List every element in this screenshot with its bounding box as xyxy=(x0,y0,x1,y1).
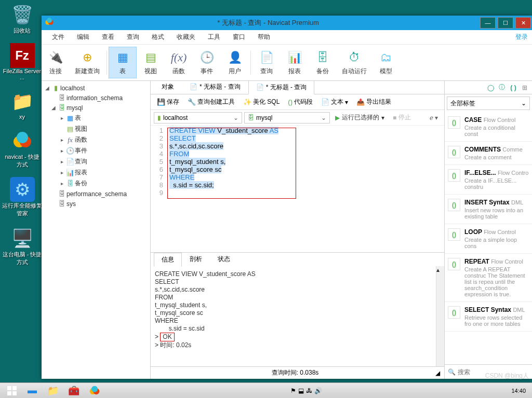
circle-icon[interactable]: ◯ xyxy=(486,84,495,92)
tray-flag-icon[interactable]: ⚑ xyxy=(290,387,296,394)
tab-profile[interactable]: 剖析 xyxy=(182,252,210,266)
menu-file[interactable]: 文件 xyxy=(46,33,71,42)
titlebar[interactable]: * 无标题 - 查询 - Navicat Premium — ☐ ✕ xyxy=(42,16,532,30)
stop-button[interactable]: ■停止 xyxy=(390,113,414,122)
desktop-icon-navicat[interactable]: navicat - 快捷方式 xyxy=(0,126,44,171)
tree-reports[interactable]: ▸📊报表 xyxy=(44,167,148,178)
taskbar: ▬ 📁 🧰 ⚑ ⬓ 🖧 🔊 14:40 xyxy=(0,382,532,398)
output-body[interactable]: CREATE VIEW V_student_score AS SELECT s.… xyxy=(151,266,444,366)
autorun-icon: ⏱ xyxy=(346,49,363,66)
snippet-icon: () xyxy=(448,199,460,211)
minimize-button[interactable]: — xyxy=(480,17,496,29)
snippet-item[interactable]: ()COMMENTS CommeCreate a comment xyxy=(445,142,532,165)
desktop-icon-xy[interactable]: 📁xy xyxy=(0,87,44,122)
tool-model[interactable]: 🗂模型 xyxy=(372,47,400,78)
taskbar-clock[interactable]: 14:40 xyxy=(507,388,530,394)
snippet-item[interactable]: ()LOOP Flow ControlCreate a simple loop … xyxy=(445,224,532,254)
tab-objects[interactable]: 对象 xyxy=(154,81,182,94)
tool-function[interactable]: f(x)函数 xyxy=(165,47,193,78)
desktop-icon-filezilla[interactable]: FzFileZilla Server ... xyxy=(0,41,44,83)
tree-events[interactable]: ▸🕒事件 xyxy=(44,145,148,156)
tree-functions[interactable]: ▸fx函数 xyxy=(44,134,148,145)
tree-host[interactable]: ◢▮localhost xyxy=(44,83,148,93)
grid-icon[interactable]: ⊞ xyxy=(521,84,529,92)
menu-edit[interactable]: 编辑 xyxy=(71,33,96,42)
svg-rect-9 xyxy=(12,391,17,395)
menu-help[interactable]: 帮助 xyxy=(251,33,276,42)
maximize-button[interactable]: ☐ xyxy=(498,17,513,29)
tab-status[interactable]: 状态 xyxy=(210,252,238,266)
tree-tables[interactable]: ▸▦表 xyxy=(44,113,148,123)
snippet-item[interactable]: ()SELECT Syntax DMLRetrieve rows selecte… xyxy=(445,302,532,332)
paren-icon[interactable]: ( ) xyxy=(509,84,517,92)
recycle-bin-icon: 🗑️ xyxy=(10,2,35,27)
tray-network-icon[interactable]: 🖧 xyxy=(306,387,312,394)
snippet-item[interactable]: ()INSERT Syntax DMLInsert new rows into … xyxy=(445,195,532,224)
db-select[interactable]: 🗄mysql⌄ xyxy=(244,112,330,123)
tree-db-perf[interactable]: 🗄performance_schema xyxy=(44,189,148,199)
status-query-time: 查询时间: 0.038s xyxy=(272,368,319,377)
desktop-icon-repair[interactable]: ⚙运行库全能修复管家 xyxy=(0,175,44,219)
tab-info[interactable]: 信息 xyxy=(154,253,182,267)
task-navicat[interactable] xyxy=(84,384,105,397)
task-explorer[interactable]: 📁 xyxy=(43,384,63,397)
tree-db-sys[interactable]: 🗄sys xyxy=(44,199,148,209)
desktop-icon-pc[interactable]: 🖥️这台电脑 - 快捷方式 xyxy=(0,224,44,268)
beautify-button[interactable]: ✨美化 SQL xyxy=(240,96,283,108)
tool-report[interactable]: 📊报表 xyxy=(281,47,309,78)
tool-autorun[interactable]: ⏱自动运行 xyxy=(337,47,372,78)
text-button[interactable]: 📄文本 ▾ xyxy=(318,96,351,108)
tray-new-icon[interactable]: ⬓ xyxy=(298,387,304,394)
tree-queries[interactable]: ▸📄查询 xyxy=(44,156,148,167)
tag-filter-select[interactable]: 全部标签⌄ xyxy=(447,97,530,110)
tool-new-query[interactable]: ⊕新建查询 xyxy=(70,47,105,78)
query-builder-button[interactable]: 🔧查询创建工具 xyxy=(184,96,238,108)
login-link[interactable]: 登录 xyxy=(515,33,528,42)
tree-views[interactable]: ▤视图 xyxy=(44,123,148,134)
tree-backup[interactable]: ▸🗄备份 xyxy=(44,178,148,189)
scrollbar[interactable]: ▴ xyxy=(436,266,444,366)
desktop-icon-recycle[interactable]: 🗑️回收站 xyxy=(0,0,44,37)
menu-format[interactable]: 格式 xyxy=(145,33,170,42)
window-title: * 无标题 - 查询 - Navicat Premium xyxy=(57,18,479,28)
host-select[interactable]: ▮localhost⌄ xyxy=(154,112,242,123)
run-button[interactable]: ▶运行已选择的 ▾ xyxy=(332,113,388,122)
menu-fav[interactable]: 收藏夹 xyxy=(170,33,202,42)
menu-query[interactable]: 查询 xyxy=(121,33,145,42)
snippet-button[interactable]: ()代码段 xyxy=(285,96,316,108)
tool-query[interactable]: 📄查询 xyxy=(252,47,281,78)
snippet-item[interactable]: ()CASE Flow ControlCreate a conditional … xyxy=(445,112,532,142)
tool-table[interactable]: ▦表 xyxy=(109,47,137,78)
code-area[interactable]: CREATE VIEW V_student_score AS SELECT s.… xyxy=(166,126,444,252)
info-icon[interactable]: ⓘ xyxy=(498,84,506,92)
tree-db-infoschema[interactable]: 🗄information_schema xyxy=(44,93,148,103)
menu-tools[interactable]: 工具 xyxy=(202,33,227,42)
start-button[interactable] xyxy=(2,384,22,397)
query-icon: 📄 xyxy=(258,49,275,66)
tab-query-1[interactable]: 📄* 无标题 - 查询 xyxy=(182,81,248,94)
report-icon: 📊 xyxy=(65,169,75,176)
query-icon: 📄 xyxy=(65,158,75,166)
menu-view[interactable]: 查看 xyxy=(96,33,121,42)
explain-button[interactable]: ℯ ▾ xyxy=(427,114,441,121)
tool-connect[interactable]: 🔌连接 xyxy=(42,47,70,78)
resize-grip-icon[interactable]: ◢ xyxy=(435,369,440,377)
tab-query-2[interactable]: 📄* 无标题 - 查询 xyxy=(248,81,315,94)
tool-backup[interactable]: 🗄备份 xyxy=(309,47,337,78)
task-manager-icon[interactable]: ▬ xyxy=(22,384,43,397)
tool-event[interactable]: 🕒事件 xyxy=(193,47,221,78)
task-tool[interactable]: 🧰 xyxy=(63,384,84,397)
menu-window[interactable]: 窗口 xyxy=(227,33,251,42)
tree-db-mysql[interactable]: ◢🗄mysql xyxy=(44,103,148,113)
snippet-item[interactable]: ()IF...ELSE... Flow ControlCreate a IF..… xyxy=(445,165,532,195)
play-icon: ▶ xyxy=(335,114,340,121)
tool-user[interactable]: 👤用户 xyxy=(221,47,249,78)
view-icon: ▤ xyxy=(142,49,159,66)
close-button[interactable]: ✕ xyxy=(515,17,531,29)
snippet-item[interactable]: ()REPEAT Flow ControlCreate A REPEAT con… xyxy=(445,254,532,302)
sql-editor[interactable]: 1 2 3 4 5 6 7 8 9 CREATE VIEW V_student_… xyxy=(151,126,444,252)
export-button[interactable]: 📤导出结果 xyxy=(353,96,394,108)
tool-view[interactable]: ▤视图 xyxy=(137,47,165,78)
tray-sound-icon[interactable]: 🔊 xyxy=(314,387,322,394)
save-button[interactable]: 💾保存 xyxy=(154,96,182,108)
